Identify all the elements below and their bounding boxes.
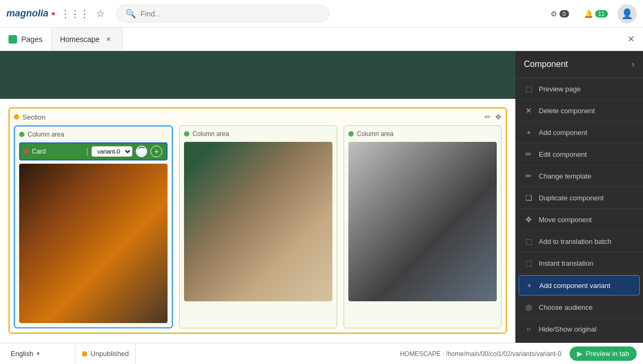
menu-item-delete-variant[interactable]: ✕ Delete variant bbox=[515, 340, 643, 343]
language-label: English bbox=[11, 350, 34, 358]
panel-title: Component bbox=[524, 60, 568, 69]
preview-play-icon: ▶ bbox=[577, 350, 582, 358]
menu-item-change-template[interactable]: ✏ Change template bbox=[515, 165, 643, 187]
variant-select[interactable]: variant-0 variant-1 variant-2 bbox=[91, 146, 132, 157]
homescape-tab[interactable]: Homescape ✕ bbox=[52, 28, 123, 50]
filter-button[interactable]: ⚙ 0 bbox=[545, 6, 574, 21]
menu-item-add-component[interactable]: + Add component bbox=[515, 122, 643, 143]
bell-icon: 🔔 bbox=[584, 10, 593, 18]
menu-item-label-add-component: Add component bbox=[539, 129, 587, 137]
card-dot bbox=[24, 149, 29, 154]
column-label-1: Column area bbox=[28, 131, 64, 138]
filter-icon: ⚙ bbox=[550, 10, 557, 18]
choose-audience-icon: ◎ bbox=[524, 302, 533, 312]
duplicate-component-icon: ❑ bbox=[524, 193, 533, 202]
logo-dot bbox=[52, 12, 55, 15]
card-divider: | bbox=[86, 147, 88, 156]
breadcrumb: HOMESCAPE · /home/main/00/col1/02/varian… bbox=[400, 350, 561, 358]
preview-in-tab-button[interactable]: ▶ Preview in tab bbox=[570, 346, 637, 361]
pages-icon bbox=[9, 35, 17, 44]
menu-item-label-change-template: Change template bbox=[539, 172, 591, 180]
menu-item-label-delete-component: Delete component bbox=[539, 107, 595, 115]
card-spinner-button[interactable] bbox=[136, 146, 147, 157]
card-add-button[interactable]: + bbox=[151, 146, 162, 157]
columns-row: Column area Card | variant-0 variant-1 v… bbox=[14, 125, 502, 328]
card-bar: Card | variant-0 variant-1 variant-2 + bbox=[19, 142, 168, 160]
section-move-button[interactable]: ✥ bbox=[495, 113, 502, 121]
menu-item-label-duplicate-component: Duplicate component bbox=[539, 194, 604, 202]
food-image bbox=[19, 164, 168, 323]
column-area-1: Column area Card | variant-0 variant-1 v… bbox=[14, 125, 173, 328]
column-header-2: Column area bbox=[184, 130, 332, 138]
panel-expand-button[interactable]: › bbox=[632, 60, 634, 69]
search-bar[interactable]: 🔍 bbox=[116, 5, 329, 22]
card-label: Card bbox=[32, 148, 83, 155]
menu-item-add-component-variant[interactable]: + Add component variant bbox=[519, 275, 640, 295]
column-area-3: Column area bbox=[344, 125, 502, 328]
section-wrapper: Section ✏ ✥ Column area bbox=[9, 107, 507, 334]
menu-item-label-preview-page: Preview page bbox=[539, 85, 581, 93]
statusbar: English ▾ Unpublished HOMESCAPE · /home/… bbox=[0, 343, 643, 364]
menu-item-delete-component[interactable]: ✕ Delete component bbox=[515, 100, 643, 122]
user-avatar-button[interactable]: 👤 bbox=[617, 4, 637, 23]
add-component-icon: + bbox=[524, 128, 533, 137]
pages-tab-label: Pages bbox=[21, 35, 43, 44]
edit-component-icon: ✏ bbox=[524, 149, 533, 159]
section-dot bbox=[14, 114, 19, 120]
add-translation-batch-icon: ⬚ bbox=[524, 236, 533, 246]
menu-item-hide-show-original[interactable]: ○ Hide/Show original bbox=[515, 318, 643, 340]
status-label: Unpublished bbox=[90, 350, 129, 358]
column-label-2: Column area bbox=[193, 130, 229, 138]
column-dot-2 bbox=[184, 131, 189, 137]
menu-item-label-instant-translation: Instant translation bbox=[539, 259, 594, 267]
section-label: Section bbox=[22, 113, 45, 121]
column-header-1: Column area bbox=[19, 131, 168, 138]
menu-item-choose-audience[interactable]: ◎ Choose audience bbox=[515, 297, 643, 318]
right-panel: Component › ⬚ Preview page ✕ Delete comp… bbox=[515, 51, 643, 343]
menu-item-label-move-component: Move component bbox=[539, 216, 592, 224]
language-select[interactable]: English ▾ bbox=[6, 343, 76, 364]
search-input[interactable] bbox=[140, 10, 320, 18]
column-dot-1 bbox=[19, 132, 24, 137]
bell-button[interactable]: 🔔 11 bbox=[579, 6, 613, 21]
delete-component-icon: ✕ bbox=[524, 106, 533, 115]
tabbar: Pages Homescape ✕ ✕ bbox=[0, 28, 643, 51]
unpublished-dot bbox=[82, 351, 87, 357]
page-content: Section ✏ ✥ Column area bbox=[0, 99, 515, 342]
section-edit-button[interactable]: ✏ bbox=[485, 113, 491, 121]
loading-spinner bbox=[137, 147, 146, 156]
filter-badge: 0 bbox=[560, 10, 569, 18]
preview-btn-label: Preview in tab bbox=[586, 350, 629, 358]
menu-item-move-component[interactable]: ✥ Move component bbox=[515, 209, 643, 231]
menu-item-instant-translation[interactable]: ⬚ Instant translation bbox=[515, 252, 643, 274]
preview-page-icon: ⬚ bbox=[524, 84, 533, 94]
topbar-right: ⚙ 0 🔔 11 👤 bbox=[545, 4, 637, 23]
tab-close-button[interactable]: ✕ bbox=[104, 35, 113, 44]
menu-item-duplicate-component[interactable]: ❑ Duplicate component bbox=[515, 187, 643, 209]
grid-icon-button[interactable]: ⋮⋮⋮ bbox=[65, 4, 85, 23]
column-label-3: Column area bbox=[357, 130, 394, 138]
search-icon: 🔍 bbox=[126, 9, 136, 19]
logo: magnolia bbox=[6, 8, 55, 19]
section-header: Section ✏ ✥ bbox=[14, 113, 502, 121]
menu-item-label-choose-audience: Choose audience bbox=[539, 303, 592, 311]
panel-menu: ⬚ Preview page ✕ Delete component + Add … bbox=[515, 78, 643, 343]
move-component-icon: ✥ bbox=[524, 215, 533, 224]
panel-close-button[interactable]: ✕ bbox=[619, 34, 643, 44]
pages-tab[interactable]: Pages bbox=[0, 28, 52, 50]
menu-item-add-translation-batch[interactable]: ⬚ Add to translation batch bbox=[515, 231, 643, 252]
add-component-variant-icon: + bbox=[524, 281, 534, 290]
menu-item-label-add-component-variant: Add component variant bbox=[539, 282, 611, 290]
homescape-tab-label: Homescape bbox=[60, 35, 100, 44]
menu-item-label-hide-show-original: Hide/Show original bbox=[539, 325, 596, 333]
logo-text: magnolia bbox=[6, 8, 48, 19]
favorites-icon-button[interactable]: ☆ bbox=[91, 4, 110, 23]
content-area: Section ✏ ✥ Column area bbox=[0, 51, 515, 343]
main-layout: Section ✏ ✥ Column area bbox=[0, 51, 643, 343]
menu-item-label-edit-component: Edit component bbox=[539, 150, 587, 158]
menu-item-preview-page[interactable]: ⬚ Preview page bbox=[515, 78, 643, 100]
column-dot-3 bbox=[348, 131, 354, 137]
hide-show-original-icon: ○ bbox=[524, 324, 533, 334]
menu-item-edit-component[interactable]: ✏ Edit component bbox=[515, 143, 643, 165]
change-template-icon: ✏ bbox=[524, 171, 533, 181]
